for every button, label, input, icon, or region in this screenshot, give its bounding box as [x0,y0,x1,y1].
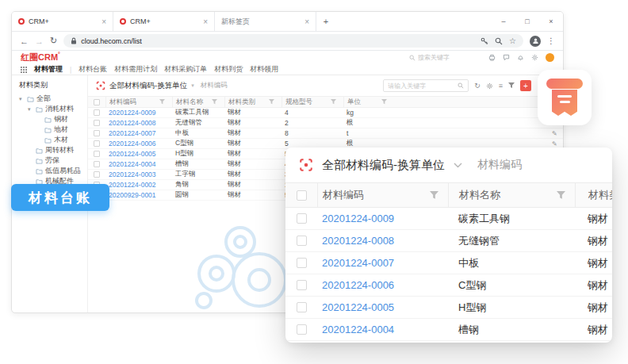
row-checkbox[interactable] [297,280,307,290]
filter-funnel-icon[interactable] [331,99,336,105]
browser-tab-newtab[interactable]: 新标签页 × [215,12,316,31]
url-bar[interactable]: cloud.hecom.cn/list ☆ [63,34,523,48]
tab-close-icon[interactable]: × [101,17,106,26]
new-tab-button[interactable]: + [316,12,335,31]
row-checkbox[interactable] [297,236,307,246]
table-row[interactable]: 20201224-0008无缝钢管钢材 [285,230,612,252]
column-header-spec[interactable]: 规格型号 [281,97,343,107]
table-row[interactable]: 20201224-0009碳素工具钢钢材4kg✎ [88,108,563,118]
material-code-link[interactable]: 20201224-0004 [317,319,448,340]
reload-icon[interactable]: ↻ [50,36,57,46]
row-checkbox[interactable] [297,258,307,268]
chevron-down-icon[interactable]: ▾ [191,82,194,89]
maximize-button[interactable]: □ [515,12,539,31]
close-button[interactable]: × [539,12,563,31]
filter-funnel-icon[interactable] [381,99,387,105]
row-checkbox[interactable] [94,151,100,157]
column-header-category[interactable]: 材料类别 [224,97,281,107]
row-checkbox[interactable] [94,171,100,178]
select-all-checkbox[interactable] [94,99,100,105]
material-code-link[interactable]: 20201224-0005 [317,297,448,318]
table-search-input[interactable] [388,82,454,90]
material-code-link[interactable]: 20201224-0005 [105,150,172,158]
tab-close-icon[interactable]: × [304,17,309,26]
tree-item-wood[interactable]: 木材 [19,135,87,145]
tree-item-turnover-material[interactable]: 周转材料 [19,145,87,155]
filter-funnel-icon[interactable] [212,99,217,105]
table-row[interactable]: 20201224-0008无缝钢管钢材2根✎ [88,118,563,128]
gear-icon[interactable] [531,54,538,61]
forward-icon[interactable]: → [35,36,44,46]
select-all-checkbox[interactable] [297,190,307,201]
back-icon[interactable]: ← [20,36,29,46]
material-code-link[interactable]: 20201224-0006 [105,140,172,148]
column-header-code[interactable]: 材料编码 [317,183,448,207]
nav-item-material-demand-plan[interactable]: 材料需用计划 [114,64,157,75]
add-new-button[interactable]: + [520,80,531,91]
view-title[interactable]: 全部材料编码-换算单位 [109,81,187,91]
settings-gear-icon[interactable] [486,82,493,90]
browser-tab-crm-active[interactable]: CRM+ × [12,12,113,31]
filter-funnel-icon[interactable] [159,99,165,105]
tree-item-consumables[interactable]: ▾消耗材料 [19,104,87,114]
tree-item-steel[interactable]: 钢材 [19,114,87,125]
nav-item-material-management[interactable]: 材料管理 [34,64,63,75]
row-checkbox[interactable] [94,120,100,126]
material-code-link[interactable]: 20201224-0009 [105,109,172,117]
bookmark-star-icon[interactable]: ☆ [509,36,516,45]
user-avatar[interactable] [546,53,554,62]
nav-item-material-requisition[interactable]: 材料领用 [250,64,278,75]
table-row[interactable]: 20201224-0005H型钢钢材 [285,297,612,319]
row-checkbox[interactable] [94,109,100,116]
bell-icon[interactable] [517,54,524,61]
material-code-link[interactable]: 20201224-0004 [105,160,172,168]
browser-tab-crm-2[interactable]: CRM+ × [113,12,215,31]
caret-down-icon[interactable]: ▾ [28,106,33,113]
global-search[interactable] [409,54,481,61]
material-code-link[interactable]: 20201224-0006 [317,274,448,296]
chat-icon[interactable] [503,54,510,61]
chrome-menu-icon[interactable]: ⋮ [547,36,555,45]
filter-funnel-icon[interactable] [557,191,565,200]
filter-funnel-icon[interactable] [430,191,438,200]
material-code-link[interactable]: 20200929-0001 [105,191,172,199]
table-row[interactable]: 20201224-0004槽钢钢材 [285,319,612,341]
row-checkbox[interactable] [297,213,307,224]
print-icon[interactable] [488,54,496,61]
nav-item-material-arrival[interactable]: 材料到货 [214,64,243,75]
tree-item-all[interactable]: ▾全部 [19,94,87,104]
tree-item-ground-material[interactable]: 地材 [19,125,87,135]
material-code-link[interactable]: 20201224-0008 [317,230,448,251]
table-row[interactable]: 20201224-0007中板钢材8t✎ [88,128,563,139]
minimize-button[interactable]: – [492,12,515,31]
material-code-link[interactable]: 20201224-0009 [317,208,448,229]
tab-close-icon[interactable]: × [203,17,208,26]
row-checkbox[interactable] [297,302,307,312]
nav-item-material-purchase-order[interactable]: 材料采购订单 [164,64,207,75]
material-code-link[interactable]: 20201224-0007 [105,129,172,137]
global-search-input[interactable] [418,54,481,61]
table-row[interactable]: 20201224-0007中板钢材 [285,252,612,274]
chevron-down-icon[interactable] [454,163,462,168]
table-search[interactable] [383,79,469,92]
tree-item-labor-protection[interactable]: 劳保 [19,155,87,166]
material-code-link[interactable]: 20201224-0008 [105,119,172,127]
apps-grid-icon[interactable] [21,67,27,73]
edit-icon[interactable]: ✎ [549,140,563,148]
edit-icon[interactable]: ✎ [549,130,563,137]
material-code-link[interactable]: 20201224-0007 [317,252,448,274]
column-header-unit[interactable]: 单位 [343,97,394,107]
popup-view-title[interactable]: 全部材料编码-换算单位 [322,158,445,173]
zoom-icon[interactable] [495,37,503,45]
material-code-link[interactable]: 20201224-0003 [105,171,172,178]
column-header-code[interactable]: 材料编码 [105,97,172,107]
row-checkbox[interactable] [94,130,100,136]
table-row[interactable]: 20201224-0006C型钢钢材 [285,274,612,297]
refresh-icon[interactable]: ↻ [474,82,481,90]
nav-item-material-ledger[interactable]: 材料台账 [78,64,107,75]
column-header-name[interactable]: 材料名称 [448,183,575,207]
row-checkbox[interactable] [94,140,100,147]
column-header-category[interactable]: 材料类别 [575,183,612,207]
tree-item-low-value-consumables[interactable]: 低值易耗品 [19,166,87,176]
filter-funnel-icon[interactable] [269,99,274,105]
